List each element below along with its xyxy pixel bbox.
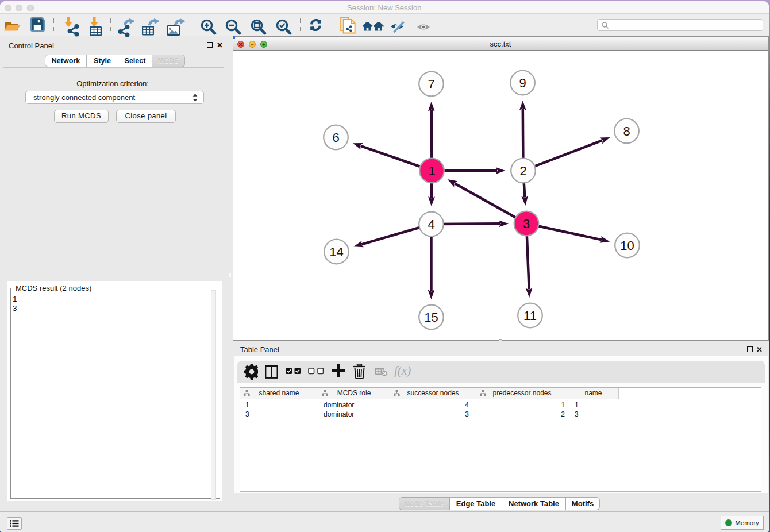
svg-text:f(x): f(x) [394,365,411,377]
svg-text:1: 1 [428,164,435,178]
svg-text:7: 7 [428,77,434,91]
svg-text:4: 4 [428,217,434,232]
svg-text:2: 2 [519,164,526,178]
svg-text:11: 11 [523,309,537,323]
svg-text:15: 15 [424,310,438,325]
svg-text:3: 3 [522,217,529,231]
svg-text:9: 9 [519,76,526,90]
svg-text:14: 14 [329,245,343,259]
svg-text:8: 8 [623,124,630,138]
svg-text:6: 6 [332,130,339,145]
svg-text:10: 10 [620,238,634,253]
